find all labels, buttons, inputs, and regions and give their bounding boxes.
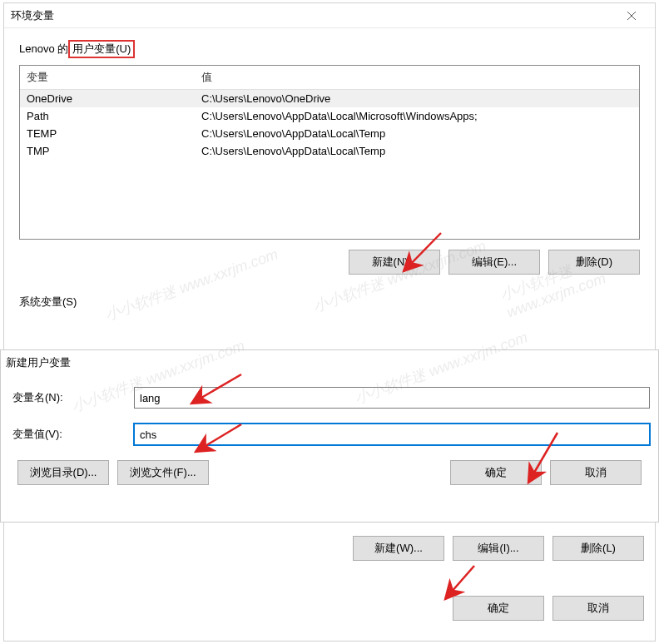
system-vars-label: 系统变量(S) (19, 295, 640, 310)
user-vars-list[interactable]: 变量 值 OneDriveC:\Users\Lenovo\OneDrivePat… (19, 65, 640, 240)
table-row[interactable]: TMPC:\Users\Lenovo\AppData\Local\Temp (20, 142, 639, 160)
table-row[interactable]: PathC:\Users\Lenovo\AppData\Local\Micros… (20, 107, 639, 125)
edit-sys-var-button[interactable]: 编辑(I)... (453, 536, 544, 561)
col-variable[interactable]: 变量 (20, 66, 195, 89)
close-button[interactable] (615, 4, 648, 27)
window-title: 环境变量 (11, 8, 54, 23)
var-name-input[interactable] (134, 387, 650, 409)
titlebar: 环境变量 (4, 3, 655, 28)
delete-user-var-button[interactable]: 删除(D) (548, 250, 640, 275)
dialog-ok-button[interactable]: 确定 (450, 460, 542, 485)
user-vars-highlight: 用户变量(U) (68, 40, 135, 58)
dialog-titlebar: 新建用户变量 (1, 350, 658, 375)
cell-val: C:\Users\Lenovo\AppData\Local\Temp (195, 142, 639, 160)
cell-var: OneDrive (20, 90, 195, 107)
main-cancel-button[interactable]: 取消 (552, 596, 644, 621)
new-sys-var-button[interactable]: 新建(W)... (353, 536, 444, 561)
user-vars-label: Lenovo 的用户变量(U) (19, 40, 640, 58)
system-buttons-row: 新建(W)... 编辑(I)... 删除(L) (353, 536, 644, 561)
close-icon (627, 11, 637, 21)
cell-val: C:\Users\Lenovo\AppData\Local\Temp (195, 125, 639, 142)
cell-var: TMP (20, 142, 195, 160)
dialog-title: 新建用户变量 (6, 355, 71, 370)
browse-dir-button[interactable]: 浏览目录(D)... (17, 460, 109, 485)
col-value[interactable]: 值 (195, 66, 639, 89)
list-header: 变量 值 (20, 66, 639, 90)
var-value-input[interactable] (134, 424, 650, 445)
edit-user-var-button[interactable]: 编辑(E)... (448, 250, 540, 275)
user-buttons-row: 新建(N)... 编辑(E)... 删除(D) (19, 250, 640, 275)
main-ok-button[interactable]: 确定 (453, 596, 544, 621)
delete-sys-var-button[interactable]: 删除(L) (552, 536, 644, 561)
new-user-var-button[interactable]: 新建(N)... (349, 250, 440, 275)
new-user-var-dialog: 新建用户变量 变量名(N): 变量值(V): 浏览目录(D)... 浏览文件(F… (0, 349, 659, 523)
cell-val: C:\Users\Lenovo\OneDrive (195, 90, 639, 107)
dialog-cancel-button[interactable]: 取消 (550, 460, 642, 485)
main-dialog-buttons: 确定 取消 (453, 596, 644, 621)
cell-val: C:\Users\Lenovo\AppData\Local\Microsoft\… (195, 107, 639, 125)
table-row[interactable]: TEMPC:\Users\Lenovo\AppData\Local\Temp (20, 125, 639, 142)
var-value-label: 变量值(V): (9, 427, 134, 442)
browse-file-button[interactable]: 浏览文件(F)... (117, 460, 209, 485)
var-name-label: 变量名(N): (9, 390, 134, 405)
table-row[interactable]: OneDriveC:\Users\Lenovo\OneDrive (20, 90, 639, 107)
cell-var: Path (20, 107, 195, 125)
cell-var: TEMP (20, 125, 195, 142)
